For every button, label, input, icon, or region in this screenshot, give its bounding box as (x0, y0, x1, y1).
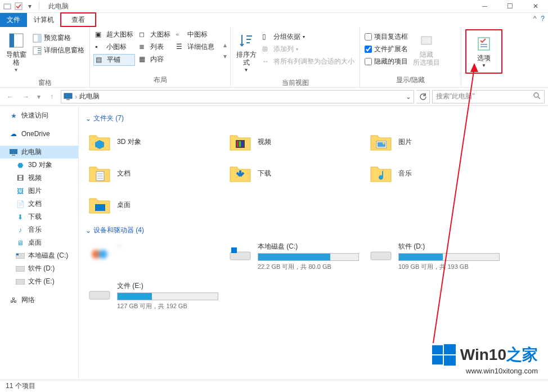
hide-selected-button: 隐藏 所选项目 (411, 29, 442, 69)
navigation-pane: ★快速访问 ☁OneDrive 此电脑 ⬣3D 对象 🎞视频 🖼图片 📄文档 ⬇… (0, 106, 79, 379)
group-current-view: 排序方式 ▼ ▯分组依据 ▾ ⊞添加列 ▾ ↔将所有列调整为合适的大小 当前视图 (231, 27, 360, 87)
section-drives-header[interactable]: ⌄设备和驱动器 (4) (86, 226, 541, 235)
explorer-icon (3, 2, 12, 11)
svg-rect-14 (480, 46, 487, 47)
svg-rect-37 (95, 204, 105, 211)
folder-downloads[interactable]: 下载 (226, 159, 367, 187)
back-button[interactable]: ← (3, 90, 17, 103)
layout-scroll-down[interactable]: ▾ (223, 52, 227, 60)
tab-computer[interactable]: 计算机 (27, 13, 61, 27)
dropdown-caret-icon: ▼ (482, 63, 486, 68)
group-show-hide: 项目复选框 文件扩展名 隐藏的项目 隐藏 所选项目 显示/隐藏 (360, 27, 461, 87)
history-dropdown[interactable]: ▾ (35, 90, 43, 103)
tab-view[interactable]: 查看 (60, 12, 96, 27)
address-dropdown-icon[interactable]: ⌄ (406, 93, 411, 101)
navigation-bar: ← → ▾ ↑ › 此电脑 ⌄ 搜索"此电脑" (0, 88, 548, 106)
svg-line-18 (538, 97, 540, 99)
layout-list[interactable]: ≣列表 (137, 42, 172, 52)
checkbox-item-checkboxes[interactable]: 项目复选框 (363, 31, 409, 42)
layout-details[interactable]: ☰详细信息 (174, 42, 216, 52)
layout-medium[interactable]: ▫中图标 (174, 29, 216, 40)
search-box[interactable]: 搜索"此电脑" (432, 90, 545, 103)
sidebar-network[interactable]: 🖧网络 (0, 294, 78, 307)
sort-by-button[interactable]: 排序方式 ▼ (234, 29, 258, 75)
nav-pane-button[interactable]: 导航窗格 ▼ (3, 29, 29, 75)
drive-c[interactable]: 本地磁盘 (C:) 22.2 GB 可用，共 80.0 GB (226, 240, 367, 273)
layout-tiles[interactable]: ▤平铺 (93, 54, 135, 66)
section-folders-header[interactable]: ⌄文件夹 (7) (86, 114, 541, 123)
svg-rect-28 (239, 141, 241, 147)
ribbon-collapse-button[interactable]: ^ (533, 15, 537, 22)
svg-rect-43 (89, 291, 110, 299)
separator (39, 2, 39, 11)
drive-e[interactable]: 文件 (E:) 127 GB 可用，共 192 GB (86, 279, 226, 313)
content-area: ⌄文件夹 (7) 3D 对象 视频 图片 文档 下载 音乐 桌面 ⌄设备和驱动器… (79, 106, 548, 379)
sidebar-quick-access[interactable]: ★快速访问 (0, 109, 78, 122)
sidebar-drive-e[interactable]: 文件 (E:) (0, 275, 78, 288)
address-bar[interactable]: › 此电脑 ⌄ (61, 90, 414, 103)
sidebar-music[interactable]: ♪音乐 (0, 223, 78, 236)
sidebar-videos[interactable]: 🎞视频 (0, 172, 78, 184)
sidebar-3d-objects[interactable]: ⬣3D 对象 (0, 159, 78, 172)
dropdown-caret-icon: ▼ (244, 67, 249, 73)
checkbox-file-extensions[interactable]: 文件扩展名 (363, 44, 409, 55)
sidebar-onedrive[interactable]: ☁OneDrive (0, 128, 78, 140)
folder-music[interactable]: 音乐 (367, 159, 507, 187)
layout-scroll-up[interactable]: ▴ (223, 41, 227, 49)
drive-c-usage-bar (258, 253, 359, 261)
options-button[interactable]: 选项 ▼ (469, 33, 499, 70)
svg-rect-19 (10, 149, 17, 154)
svg-rect-45 (444, 344, 456, 354)
forward-button[interactable]: → (19, 90, 33, 103)
windows-logo-icon (432, 343, 456, 367)
group-by-button[interactable]: ▯分组依据 ▾ (260, 31, 356, 42)
sidebar-pictures[interactable]: 🖼图片 (0, 184, 78, 197)
status-bar: 11 个项目 (0, 380, 548, 392)
drive-d-usage-bar (398, 253, 500, 261)
qat-checkbox-icon[interactable] (14, 2, 23, 11)
folder-documents[interactable]: 文档 (86, 159, 226, 187)
svg-point-32 (383, 142, 385, 145)
svg-rect-2 (15, 3, 22, 10)
qat-dropdown-icon[interactable]: ▾ (25, 2, 34, 11)
size-all-columns-button: ↔将所有列调整为合适的大小 (260, 56, 356, 67)
close-button[interactable]: ✕ (523, 0, 548, 13)
svg-point-17 (534, 93, 538, 97)
help-button[interactable]: ? (541, 15, 545, 22)
sidebar-thispc[interactable]: 此电脑 (0, 146, 78, 159)
drive-d[interactable]: 软件 (D:) 109 GB 可用，共 193 GB (367, 240, 507, 273)
checkbox-hidden-items[interactable]: 隐藏的项目 (363, 56, 409, 67)
details-pane-button[interactable]: 详细信息窗格 (31, 45, 86, 56)
ribbon-tabs: 文件 计算机 查看 ^ ? (0, 13, 548, 27)
sidebar-drive-d[interactable]: 软件 (D:) (0, 262, 78, 275)
svg-rect-4 (10, 34, 14, 47)
svg-rect-47 (444, 355, 456, 366)
preview-pane-button[interactable]: 预览窗格 (31, 33, 86, 43)
layout-extra-large[interactable]: ▣超大图标 (93, 29, 135, 40)
layout-content[interactable]: ▦内容 (137, 54, 172, 65)
layout-large[interactable]: ◻大图标 (137, 29, 172, 40)
drive-wps[interactable]: ··· (86, 240, 226, 273)
drive-e-usage-bar (117, 292, 218, 300)
window-title: 此电脑 (48, 2, 69, 11)
dropdown-caret-icon: ▼ (14, 67, 19, 73)
layout-small[interactable]: ▪小图标 (93, 42, 135, 52)
minimize-button[interactable]: ─ (472, 0, 497, 13)
sidebar-documents[interactable]: 📄文档 (0, 197, 78, 210)
maximize-button[interactable]: ☐ (497, 0, 523, 13)
chevron-down-icon: ⌄ (86, 227, 91, 235)
folder-desktop[interactable]: 桌面 (86, 191, 226, 219)
sidebar-drive-c[interactable]: 本地磁盘 (C:) (0, 249, 78, 262)
svg-rect-22 (16, 254, 19, 255)
folder-pictures[interactable]: 图片 (367, 128, 507, 156)
up-button[interactable]: ↑ (45, 90, 59, 103)
folder-videos[interactable]: 视频 (226, 128, 367, 156)
sidebar-desktop[interactable]: 🖥桌面 (0, 236, 78, 249)
svg-rect-42 (371, 252, 391, 260)
tab-file[interactable]: 文件 (0, 13, 27, 27)
group-options: 选项 ▼ (461, 27, 506, 87)
sidebar-downloads[interactable]: ⬇下载 (0, 210, 78, 223)
svg-rect-44 (432, 345, 443, 354)
refresh-button[interactable] (416, 90, 430, 103)
folder-3d-objects[interactable]: 3D 对象 (86, 128, 226, 156)
